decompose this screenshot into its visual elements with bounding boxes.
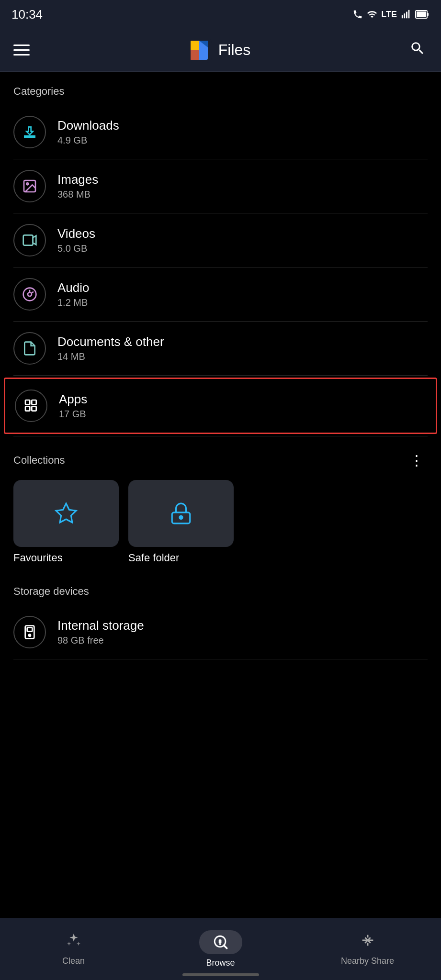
collections-header: Collections ⋮	[0, 436, 441, 480]
browse-icon	[213, 934, 229, 950]
svg-rect-5	[417, 11, 426, 17]
wifi-icon	[367, 9, 377, 20]
audio-info: Audio 1.2 MB	[57, 280, 90, 308]
category-item-apps[interactable]: Apps 17 GB	[4, 378, 437, 434]
svg-marker-12	[191, 50, 199, 60]
documents-icon-circle	[13, 332, 46, 365]
share-icon-wrapper	[360, 932, 376, 952]
nav-item-clean[interactable]: Clean	[0, 927, 147, 971]
browse-nav-label: Browse	[206, 958, 235, 968]
svg-rect-6	[427, 13, 429, 16]
safe-folder-label: Safe folder	[128, 552, 234, 564]
category-item-images[interactable]: Images 368 MB	[0, 159, 441, 213]
images-size: 368 MB	[57, 189, 98, 200]
category-item-documents[interactable]: Documents & other 14 MB	[0, 322, 441, 375]
svg-point-17	[28, 292, 32, 296]
downloads-name: Downloads	[57, 118, 119, 133]
documents-info: Documents & other 14 MB	[57, 334, 164, 362]
audio-size: 1.2 MB	[57, 297, 90, 308]
nav-item-browse[interactable]: Browse	[147, 925, 294, 973]
main-content: Categories Downloads 4.9 GB Images 368 M…	[0, 72, 441, 726]
audio-icon-circle	[13, 278, 46, 311]
category-item-videos[interactable]: Videos 5.0 GB	[0, 213, 441, 267]
svg-rect-29	[218, 939, 221, 944]
clean-icon-wrapper	[66, 932, 82, 952]
bottom-nav: Clean Browse Nearby Share	[0, 918, 441, 980]
documents-size: 14 MB	[57, 351, 164, 362]
apps-icon-circle	[15, 390, 47, 422]
nav-item-nearby-share[interactable]: Nearby Share	[294, 927, 441, 971]
favourites-card[interactable]	[13, 480, 119, 547]
svg-rect-0	[402, 15, 403, 18]
category-item-downloads[interactable]: Downloads 4.9 GB	[0, 105, 441, 159]
bottom-indicator	[182, 973, 259, 976]
battery-icon	[415, 9, 430, 20]
internal-storage-info: Internal storage 98 GB free	[57, 618, 144, 646]
phone-call-icon	[352, 9, 363, 20]
hamburger-menu-button[interactable]	[13, 45, 30, 56]
collections-grid: Favourites Safe folder	[0, 480, 441, 578]
sparkle-icon	[66, 932, 82, 948]
videos-icon-circle	[13, 224, 46, 256]
videos-name: Videos	[57, 226, 95, 241]
downloads-icon-circle	[13, 116, 46, 148]
nearby-share-icon	[360, 932, 376, 948]
images-info: Images 368 MB	[57, 172, 98, 200]
svg-rect-19	[25, 406, 30, 411]
documents-name: Documents & other	[57, 334, 164, 349]
app-title: Files	[218, 41, 251, 59]
status-bar: 10:34 LTE	[0, 0, 441, 29]
video-icon	[22, 233, 37, 248]
nav-spacer	[0, 659, 441, 726]
app-bar: Files	[0, 29, 441, 72]
collections-section-label: Collections	[13, 454, 65, 467]
svg-rect-26	[27, 628, 33, 632]
lte-badge: LTE	[381, 10, 397, 20]
svg-marker-22	[56, 503, 76, 523]
svg-point-14	[26, 183, 28, 185]
images-name: Images	[57, 172, 98, 187]
storage-item-internal[interactable]: Internal storage 98 GB free	[0, 605, 441, 659]
svg-rect-20	[32, 400, 36, 404]
search-button[interactable]	[407, 38, 428, 62]
videos-info: Videos 5.0 GB	[57, 226, 95, 254]
svg-rect-21	[32, 406, 36, 411]
svg-point-24	[180, 516, 182, 519]
audio-name: Audio	[57, 280, 90, 295]
categories-section-header: Categories	[0, 72, 441, 105]
image-icon	[22, 178, 37, 194]
svg-rect-15	[23, 235, 33, 245]
internal-storage-detail: 98 GB free	[57, 635, 144, 646]
internal-storage-icon-circle	[13, 616, 46, 648]
svg-rect-1	[404, 13, 405, 18]
downloads-info: Downloads 4.9 GB	[57, 118, 119, 146]
storage-section-header: Storage devices	[0, 578, 441, 605]
apps-name: Apps	[59, 392, 87, 407]
signal-icon	[401, 9, 411, 20]
status-time: 10:34	[11, 7, 43, 22]
audio-icon	[22, 287, 37, 302]
svg-rect-10	[191, 41, 199, 50]
star-icon	[54, 501, 78, 525]
favourites-label: Favourites	[13, 552, 119, 564]
apps-size: 17 GB	[59, 409, 87, 420]
lock-icon	[169, 501, 193, 525]
apps-info: Apps 17 GB	[59, 392, 87, 420]
svg-rect-3	[408, 10, 410, 18]
collections-more-button[interactable]: ⋮	[406, 450, 428, 470]
status-icons: LTE	[352, 9, 430, 20]
images-icon-circle	[13, 170, 46, 202]
downloads-size: 4.9 GB	[57, 135, 119, 146]
nearby-share-nav-label: Nearby Share	[341, 956, 394, 966]
safe-folder-wrapper: Safe folder	[128, 480, 234, 564]
browse-icon-bg	[199, 930, 242, 954]
category-item-audio[interactable]: Audio 1.2 MB	[0, 267, 441, 321]
svg-rect-18	[25, 400, 30, 404]
svg-line-31	[224, 945, 226, 948]
apps-icon	[23, 398, 39, 413]
internal-storage-name: Internal storage	[57, 618, 144, 633]
safe-folder-card[interactable]	[128, 480, 234, 547]
download-icon	[22, 124, 37, 140]
clean-nav-label: Clean	[62, 956, 85, 966]
app-logo-icon	[187, 38, 212, 63]
